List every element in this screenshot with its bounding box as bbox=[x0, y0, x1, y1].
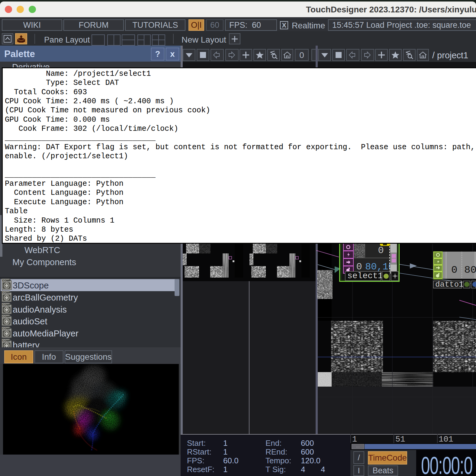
svg-text:80_1: 80_1 bbox=[464, 264, 476, 276]
svg-text:/ project1: / project1 bbox=[432, 50, 468, 60]
svg-text:0: 0 bbox=[356, 261, 362, 272]
svg-text:0: 0 bbox=[378, 245, 384, 256]
svg-text:0: 0 bbox=[451, 264, 457, 276]
svg-text:0: 0 bbox=[299, 50, 304, 60]
